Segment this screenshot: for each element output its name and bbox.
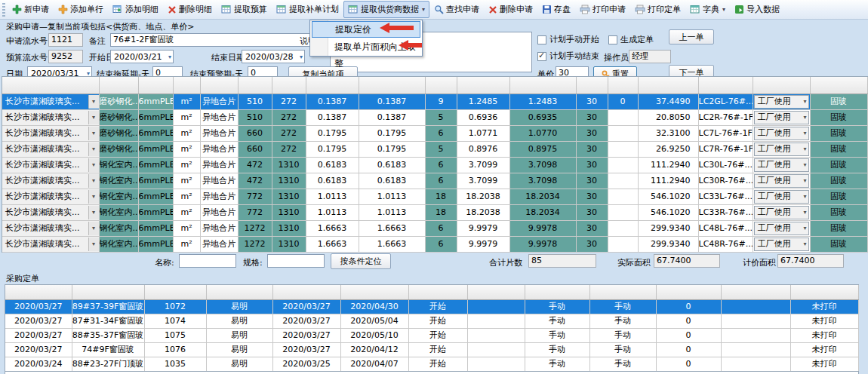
combo-arrow-icon[interactable]: ▾ <box>88 111 99 124</box>
supplier-cell[interactable]: 长沙市潇湘玻璃实...▾ <box>2 141 99 157</box>
component-name-cell[interactable]: 固玻 <box>810 236 867 252</box>
priced-area-cell[interactable]: 18.2034 <box>509 189 576 204</box>
previous-order-button[interactable]: 上一单 <box>669 29 714 44</box>
actual-area-cell[interactable]: 0.8976 <box>457 141 509 157</box>
order-row[interactable]: 2020/03/27 88#35-37F窗固玻 1075 易明 2020/03/… <box>5 328 858 342</box>
serial-field[interactable]: 1121 <box>48 33 83 47</box>
combo-arrow-icon[interactable]: ▾ <box>88 174 99 188</box>
ship-location-cell[interactable]: 工厂使用▾ <box>753 94 810 109</box>
quantity-cell[interactable]: 18 <box>425 204 457 220</box>
width-cell[interactable]: 660 <box>238 125 272 141</box>
supplier-cell[interactable]: 长沙市潇湘玻璃实...▾ <box>2 125 99 141</box>
amount-cell[interactable]: 299.9340 <box>638 236 698 252</box>
priced-area-cell[interactable]: 3.7098 <box>509 173 576 189</box>
quantity-cell[interactable]: 5 <box>425 109 457 125</box>
combo-arrow-icon[interactable]: ▾ <box>88 190 99 204</box>
spec-filter-input[interactable] <box>267 254 325 268</box>
spec-cell[interactable]: 6mmPLE... <box>138 236 173 252</box>
width-cell[interactable]: 772 <box>238 204 272 220</box>
detail-row[interactable]: 长沙市潇湘玻璃实...▾ 钢化室内... 6mmPLE... m² 异地合片 7… <box>2 189 867 204</box>
height-cell[interactable]: 1310 <box>272 220 306 236</box>
piece-area-cell[interactable]: 0.1387 <box>306 94 359 109</box>
combo-arrow-icon[interactable]: ▾ <box>803 177 806 184</box>
column-header[interactable] <box>425 77 457 94</box>
column-header[interactable] <box>144 285 206 299</box>
delete-request-button[interactable]: 删除申请 <box>484 1 537 18</box>
window-code-cell[interactable]: LC7R-76#-1FO <box>698 141 753 157</box>
column-header[interactable] <box>200 77 238 94</box>
width-cell[interactable]: 1272 <box>238 220 272 236</box>
unit-price-cell[interactable]: 30 <box>576 125 608 141</box>
color-cell[interactable]: 异地合片 <box>200 173 238 189</box>
spec-cell[interactable]: 6mmPLE... <box>138 189 173 204</box>
combo-arrow-icon[interactable]: ▾ <box>803 161 806 168</box>
combo-arrow-icon[interactable]: ▾ <box>88 143 99 156</box>
combo-arrow-icon[interactable]: ▾ <box>88 158 99 172</box>
unit-price-cell[interactable]: 30 <box>576 94 608 109</box>
amount-cell[interactable]: 37.4490 <box>638 94 698 109</box>
width-cell[interactable]: 510 <box>238 109 272 125</box>
column-header[interactable] <box>656 285 721 299</box>
detail-row[interactable]: 长沙市潇湘玻璃实...▾ 磨砂钢化... 6mmPLE... m² 异地合片 5… <box>2 109 867 125</box>
piece-priced-area-cell[interactable]: 1.6663 <box>359 236 425 252</box>
priced-area-cell[interactable]: 1.0770 <box>509 125 576 141</box>
supplier-cell[interactable]: 长沙市潇湘玻璃实...▾ <box>2 173 99 189</box>
width-cell[interactable]: 772 <box>238 189 272 204</box>
color-cell[interactable]: 异地合片 <box>200 189 238 204</box>
ship-location-cell[interactable]: 工厂使用▾ <box>753 141 810 157</box>
piece-area-cell[interactable]: 1.0113 <box>306 189 359 204</box>
actual-area-cell[interactable]: 9.9979 <box>457 236 509 252</box>
width-cell[interactable]: 472 <box>238 157 272 173</box>
component-name-cell[interactable]: 固玻 <box>810 173 867 189</box>
tax-rate-cell[interactable] <box>608 189 638 204</box>
ship-location-cell[interactable]: 工厂使用▾ <box>753 109 810 125</box>
quantity-cell[interactable]: 9 <box>425 94 457 109</box>
amount-cell[interactable]: 546.1020 <box>638 204 698 220</box>
operator-field[interactable]: 经理 <box>629 50 671 63</box>
color-cell[interactable]: 异地合片 <box>200 204 238 220</box>
window-code-cell[interactable]: LC33L-76#... <box>698 189 753 204</box>
tax-rate-cell[interactable] <box>608 141 638 157</box>
height-cell[interactable]: 272 <box>272 141 306 157</box>
checkbox-checked-icon[interactable] <box>537 52 546 61</box>
piece-area-cell[interactable]: 1.6663 <box>306 220 359 236</box>
quantity-cell[interactable]: 18 <box>425 189 457 204</box>
priced-area-cell[interactable]: 18.2034 <box>509 204 576 220</box>
unit-cell[interactable]: m² <box>173 125 200 141</box>
quantity-cell[interactable]: 6 <box>425 173 457 189</box>
order-row[interactable]: 2020/03/24 88#23-27F门顶玻 1035 易明 2020/03/… <box>5 357 858 371</box>
column-header[interactable] <box>340 285 408 299</box>
piece-priced-area-cell[interactable]: 0.1795 <box>359 125 425 141</box>
supplier-cell[interactable]: 长沙市潇湘玻璃实...▾ <box>2 157 99 173</box>
width-cell[interactable]: 660 <box>238 141 272 157</box>
column-header[interactable] <box>721 285 790 299</box>
detail-row[interactable]: 长沙市潇湘玻璃实...▾ 磨砂钢化... 6mmPLE... m² 异地合片 6… <box>2 141 867 157</box>
priced-area-cell[interactable]: 0.6935 <box>509 109 576 125</box>
unit-cell[interactable]: m² <box>173 173 200 189</box>
detail-row[interactable]: 长沙市潇湘玻璃实...▾ 钢化室内... 6mmPLE... m² 异地合片 4… <box>2 157 867 173</box>
unit-price-cell[interactable]: 30 <box>576 141 608 157</box>
ship-location-cell[interactable]: 工厂使用▾ <box>753 236 810 252</box>
column-header[interactable] <box>359 77 425 94</box>
actual-area-cell[interactable]: 3.7099 <box>457 173 509 189</box>
supplier-cell[interactable]: 长沙市潇湘玻璃实...▾ <box>2 189 99 204</box>
unit-price-cell[interactable]: 30 <box>576 220 608 236</box>
combo-arrow-icon[interactable]: ▾ <box>88 206 99 219</box>
piece-area-cell[interactable]: 0.1795 <box>306 125 359 141</box>
window-code-cell[interactable]: LC30R-76#... <box>698 173 753 189</box>
combo-arrow-icon[interactable]: ▾ <box>803 114 806 121</box>
detail-row[interactable]: 长沙市潇湘玻璃实...▾ 钢化室内... 6mmPLE... m² 异地合片 1… <box>2 220 867 236</box>
name-cell[interactable]: 磨砂钢化... <box>99 109 138 125</box>
ship-location-cell[interactable]: 工厂使用▾ <box>753 220 810 236</box>
piece-area-cell[interactable]: 0.6183 <box>306 173 359 189</box>
quantity-cell[interactable]: 6 <box>425 157 457 173</box>
amount-cell[interactable]: 32.3100 <box>638 125 698 141</box>
toolbar-grip[interactable] <box>2 3 5 17</box>
column-header[interactable] <box>272 77 306 94</box>
piece-area-cell[interactable]: 0.6183 <box>306 157 359 173</box>
note-field[interactable]: 76#1-2F窗固玻 <box>110 33 328 47</box>
detail-row[interactable]: 长沙市潇湘玻璃实...▾ 磨砂钢化... 6mmPLE... m² 异地合片 6… <box>2 125 867 141</box>
name-cell[interactable]: 磨砂钢化... <box>99 94 138 109</box>
start-date-picker[interactable]: 2020/03/21▾ <box>110 50 174 63</box>
unit-cell[interactable]: m² <box>173 220 200 236</box>
